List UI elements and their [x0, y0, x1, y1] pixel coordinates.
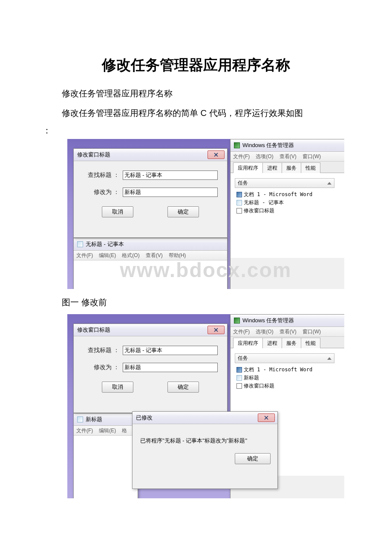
taskmgr-icon [234, 318, 240, 324]
menu-file[interactable]: 文件(F) [76, 427, 93, 434]
task-row[interactable]: 文档 1 - Microsoft Word [236, 366, 339, 374]
taskmgr-titlebar[interactable]: Windows 任务管理器 [231, 139, 344, 152]
notepad-window: 无标题 - 记事本 文件(F) 编辑(E) 格式(O) 查看(V) 帮助(H) [73, 238, 228, 289]
notepad-icon [77, 241, 83, 247]
find-label: 查找标题 ： [83, 171, 119, 179]
taskmgr-menubar[interactable]: 文件(F) 选项(O) 查看(V) 窗口(W) [231, 152, 344, 162]
ok-button[interactable]: 确定 [167, 382, 199, 393]
menu-format[interactable]: 格 [122, 427, 127, 434]
notepad-titlebar[interactable]: 新标题 [74, 413, 138, 426]
tab-processes[interactable]: 进程 [262, 338, 282, 348]
task-row[interactable]: 新标题 [236, 374, 339, 382]
task-manager-window: Windows 任务管理器 文件(F) 选项(O) 查看(V) 窗口(W) 应用… [230, 139, 344, 289]
tm-menu-window[interactable]: 窗口(W) [303, 153, 321, 160]
menu-edit[interactable]: 编辑(E) [99, 252, 116, 259]
task-column-header[interactable]: 任务 [235, 353, 334, 363]
taskmgr-titlebar[interactable]: Windows 任务管理器 [231, 315, 344, 327]
word-icon [236, 367, 242, 373]
tm-menu-file[interactable]: 文件(F) [233, 328, 250, 335]
tm-menu-options[interactable]: 选项(O) [256, 328, 273, 335]
notepad-title: 无标题 - 记事本 [86, 240, 124, 248]
msgbox-titlebar[interactable]: 已修改 [133, 412, 277, 424]
taskmgr-tabs: 应用程序 进程 服务 性能 [231, 337, 344, 348]
taskmgr-title: Windows 任务管理器 [242, 317, 294, 324]
dialog-titlebar[interactable]: 修改窗口标题 [74, 149, 227, 161]
tm-menu-window[interactable]: 窗口(W) [303, 328, 321, 335]
taskmgr-tabs: 应用程序 进程 服务 性能 [231, 162, 344, 173]
change-label: 修改为 ： [83, 364, 119, 371]
find-title-input[interactable] [123, 346, 218, 355]
message-box: 已修改 已将程序"无标题 - 记事本"标题改为"新标题" 确定 [132, 411, 278, 489]
change-to-input[interactable] [123, 188, 218, 197]
notepad-menubar[interactable]: 文件(F) 编辑(E) 格式(O) 查看(V) 帮助(H) [74, 251, 227, 260]
tm-menu-file[interactable]: 文件(F) [233, 153, 250, 160]
doc-line1: 修改任务管理器应用程序名称 [62, 86, 349, 101]
task-row-label: 无标题 - 记事本 [244, 199, 284, 207]
task-row[interactable]: 文档 1 - Microsoft Word [236, 191, 339, 199]
notepad-icon [236, 200, 242, 205]
change-label: 修改为 ： [83, 188, 119, 196]
task-row-label: 新标题 [244, 374, 259, 382]
task-row-label: 修改窗口标题 [244, 382, 274, 390]
tab-applications[interactable]: 应用程序 [233, 338, 263, 348]
notepad-body[interactable] [74, 260, 227, 289]
app-icon [236, 383, 242, 389]
notepad-icon [77, 416, 83, 422]
tab-performance[interactable]: 性能 [301, 162, 320, 173]
tab-processes[interactable]: 进程 [262, 162, 282, 173]
doc-line2: 修改任务管理器应用程序名称的简单 C 代码，程序运行效果如图 [62, 105, 349, 121]
tm-menu-options[interactable]: 选项(O) [256, 153, 273, 160]
task-row-label: 修改窗口标题 [244, 207, 274, 215]
doc-title: 修改任务管理器应用程序名称 [43, 55, 349, 75]
task-row[interactable]: 修改窗口标题 [236, 207, 339, 215]
dialog-titlebar[interactable]: 修改窗口标题 [74, 324, 227, 336]
sort-arrow-icon [327, 357, 331, 360]
cancel-button[interactable]: 取消 [102, 382, 133, 393]
tab-services[interactable]: 服务 [282, 338, 301, 348]
task-column-header[interactable]: 任务 [235, 178, 334, 188]
app-icon [236, 208, 242, 214]
sort-arrow-icon [327, 182, 331, 185]
notepad-title: 新标题 [86, 416, 102, 423]
modify-title-dialog: 修改窗口标题 查找标题 ： 修改为 ： 取消 确定 [73, 324, 228, 413]
dialog-title: 修改窗口标题 [77, 326, 110, 334]
find-label: 查找标题 ： [83, 347, 119, 354]
doc-colon: ： [43, 125, 349, 136]
dialog-title: 修改窗口标题 [77, 151, 110, 159]
change-to-input[interactable] [123, 363, 218, 372]
close-icon[interactable] [208, 150, 225, 159]
menu-file[interactable]: 文件(F) [76, 252, 93, 259]
screenshot-before: 修改窗口标题 查找标题 ： 修改为 ： 取消 确定 [67, 139, 344, 289]
notepad-titlebar[interactable]: 无标题 - 记事本 [74, 238, 227, 251]
menu-view[interactable]: 查看(V) [146, 252, 163, 259]
menu-help[interactable]: 帮助(H) [169, 252, 186, 259]
task-header-label: 任务 [238, 355, 248, 362]
taskmgr-icon [234, 142, 240, 148]
cancel-button[interactable]: 取消 [102, 206, 133, 217]
task-row[interactable]: 无标题 - 记事本 [236, 199, 339, 207]
task-row-label: 文档 1 - Microsoft Word [244, 366, 312, 374]
task-row[interactable]: 修改窗口标题 [236, 382, 339, 390]
msgbox-ok-button[interactable]: 确定 [235, 453, 271, 464]
tab-services[interactable]: 服务 [282, 162, 301, 173]
close-icon[interactable] [208, 326, 225, 334]
menu-edit[interactable]: 编辑(E) [99, 427, 116, 434]
msgbox-text: 已将程序"无标题 - 记事本"标题改为"新标题" [140, 437, 247, 444]
word-icon [236, 192, 242, 197]
notepad-menubar[interactable]: 文件(F) 编辑(E) 格 [74, 426, 138, 436]
tab-performance[interactable]: 性能 [301, 338, 320, 348]
taskmgr-menubar[interactable]: 文件(F) 选项(O) 查看(V) 窗口(W) [231, 327, 344, 337]
notepad-window: 新标题 文件(F) 编辑(E) 格 [73, 413, 138, 498]
tm-menu-view[interactable]: 查看(V) [280, 153, 297, 160]
task-header-label: 任务 [238, 179, 248, 187]
notepad-icon [236, 375, 242, 381]
tab-applications[interactable]: 应用程序 [233, 162, 263, 173]
notepad-body[interactable] [74, 436, 138, 498]
find-title-input[interactable] [123, 171, 218, 180]
close-icon[interactable] [258, 413, 275, 422]
ok-button[interactable]: 确定 [167, 206, 199, 217]
tm-menu-view[interactable]: 查看(V) [280, 328, 297, 335]
menu-format[interactable]: 格式(O) [122, 252, 139, 259]
taskmgr-title: Windows 任务管理器 [242, 142, 294, 149]
screenshot-after: 修改窗口标题 查找标题 ： 修改为 ： 取消 确定 [67, 314, 344, 498]
